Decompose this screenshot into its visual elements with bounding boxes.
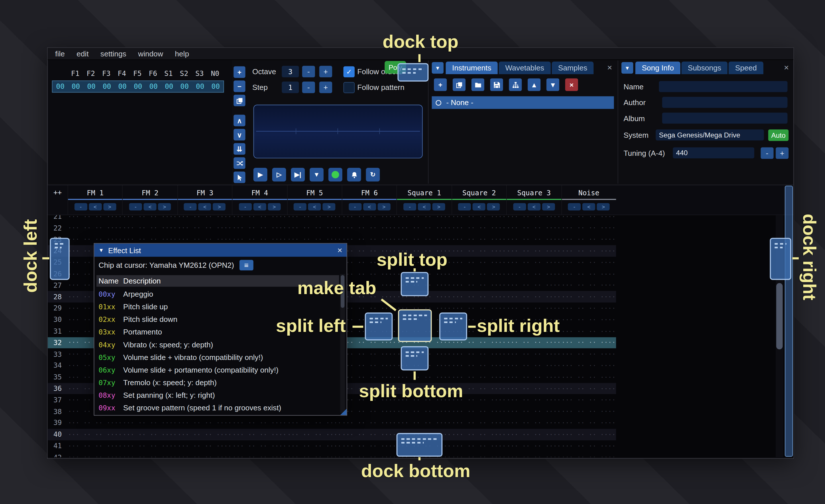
channel-grow-button[interactable]: > — [542, 203, 555, 211]
pattern-cell[interactable]: ··· ·· ·· ···· — [561, 442, 616, 449]
order-edit-mode-button[interactable] — [233, 172, 245, 183]
pattern-cell[interactable]: ··· ·· ·· ···· — [561, 385, 616, 392]
pattern-cell[interactable]: ··· ·· ·· ···· — [122, 236, 177, 243]
channel-shrink-button[interactable]: < — [308, 203, 321, 211]
pattern-cell[interactable]: ··· ·· ·· ···· — [397, 419, 451, 427]
menu-window[interactable]: window — [138, 50, 163, 58]
orders-selected-row[interactable]: 0000000000000000000000 — [52, 80, 224, 92]
octave-plus-button[interactable]: + — [319, 66, 332, 77]
channel-shrink-button[interactable]: < — [363, 203, 376, 211]
pattern-cell[interactable]: ··· ·· ·· ···· — [397, 224, 451, 232]
duplicate-order-to-end-button[interactable]: ⇊ — [233, 143, 245, 155]
pattern-cell[interactable]: ··· ·· ·· ···· — [561, 328, 616, 335]
duplicate-order-button[interactable] — [233, 95, 245, 106]
pattern-cell[interactable]: ··· ·· ·· ···· — [232, 431, 287, 438]
pattern-cell[interactable]: ··· ·· ·· ···· — [342, 373, 396, 381]
pattern-cell[interactable]: ··· ·· ·· ···· — [68, 224, 122, 232]
channel-header-fm-2[interactable]: FM 2-<> — [122, 185, 177, 215]
channel-header-fm-5[interactable]: FM 5-<> — [287, 185, 342, 215]
pattern-cell[interactable]: ··· ·· ·· ···· — [232, 224, 287, 232]
channel-collapse-button[interactable]: - — [129, 203, 142, 211]
channel-collapse-button[interactable]: - — [458, 203, 471, 211]
pattern-cell[interactable]: ··· ·· ·· ···· — [177, 215, 232, 220]
follow-pattern-checkbox[interactable] — [344, 82, 355, 93]
pattern-cell[interactable]: ··· ·· ·· ···· — [397, 236, 451, 243]
pattern-cell[interactable]: ··· ·· ·· ···· — [561, 236, 616, 243]
pattern-cell[interactable]: ··· ·· ·· ···· — [506, 305, 561, 312]
channel-collapse-button[interactable]: - — [239, 203, 252, 211]
tab-song-info[interactable]: Song Info — [635, 62, 680, 74]
dock-target-right[interactable] — [770, 238, 791, 280]
pattern-cell[interactable]: ··· ·· ·· ···· — [561, 270, 616, 278]
pattern-cell[interactable]: ··· ·· ·· ···· — [561, 215, 616, 220]
channel-grow-button[interactable]: > — [378, 203, 390, 211]
pattern-cell[interactable]: ··· ·· ·· ···· — [232, 215, 287, 220]
order-cell[interactable]: 00 — [68, 82, 84, 90]
pattern-cell[interactable]: ··· ·· ·· ···· — [506, 339, 561, 346]
delete-instrument-button[interactable]: × — [565, 78, 578, 91]
pattern-cell[interactable]: ··· ·· ·· ···· — [451, 431, 506, 438]
song-info-close-icon[interactable]: × — [781, 63, 792, 72]
pattern-cell[interactable]: ··· ·· ·· ···· — [561, 247, 616, 255]
pattern-cell[interactable]: ··· ·· ·· ···· — [451, 373, 506, 381]
instrument-folders-button[interactable] — [509, 78, 522, 91]
instruments-close-icon[interactable]: × — [604, 63, 615, 72]
pattern-cell[interactable]: ··· ·· ·· ···· — [506, 362, 561, 369]
author-field[interactable] — [662, 97, 788, 108]
split-target-left[interactable] — [365, 313, 393, 340]
order-cell[interactable]: 00 — [146, 82, 161, 90]
pattern-cell[interactable]: ··· ·· ·· ···· — [506, 350, 561, 358]
channel-header-fm-3[interactable]: FM 3-<> — [177, 185, 232, 215]
tuning-minus-button[interactable]: - — [761, 147, 774, 159]
pattern-cell[interactable]: ··· ·· ·· ···· — [342, 215, 396, 220]
system-select[interactable]: Sega Genesis/Mega Drive — [656, 130, 764, 141]
repeat-pattern-button[interactable]: ↻ — [366, 168, 380, 182]
pattern-cell[interactable]: ··· ·· ·· ···· — [177, 431, 232, 438]
channel-header-square-3[interactable]: Square 3-<> — [506, 185, 561, 215]
resize-grip-icon[interactable] — [340, 409, 347, 415]
pattern-cell[interactable]: ··· ·· ·· ···· — [506, 270, 561, 278]
channel-grow-button[interactable]: > — [322, 203, 335, 211]
step-value[interactable]: 1 — [282, 82, 299, 93]
record-button[interactable] — [328, 168, 342, 182]
pattern-cell[interactable]: ··· ·· ·· ···· — [342, 431, 396, 438]
pattern-cell[interactable]: ··· ·· ·· ···· — [451, 282, 506, 289]
order-cell[interactable]: 00 — [177, 82, 192, 90]
pattern-cell[interactable]: ··· ·· ·· ···· — [342, 350, 396, 358]
split-target-right[interactable] — [439, 313, 467, 340]
pattern-cell[interactable]: ··· ·· ·· ···· — [177, 419, 232, 427]
pattern-cell[interactable]: ··· ·· ·· ···· — [451, 236, 506, 243]
pattern-cell[interactable]: ··· ·· ·· ···· — [232, 419, 287, 427]
channel-shrink-button[interactable]: < — [528, 203, 540, 211]
channel-shrink-button[interactable]: < — [144, 203, 156, 211]
channel-grow-button[interactable]: > — [158, 203, 171, 211]
split-target-top[interactable] — [401, 272, 429, 297]
pattern-cell[interactable]: ··· ·· ·· ···· — [506, 236, 561, 243]
channel-header-square-2[interactable]: Square 2-<> — [451, 185, 506, 215]
tuning-plus-button[interactable]: + — [776, 147, 789, 159]
tab-wavetables[interactable]: Wavetables — [499, 62, 550, 74]
order-cell[interactable]: 00 — [161, 82, 177, 90]
pattern-cell[interactable]: ··· ·· ·· ···· — [451, 350, 506, 358]
pattern-cell[interactable]: ··· ·· ·· ···· — [451, 419, 506, 427]
pattern-cell[interactable]: ··· ·· ·· ···· — [561, 419, 616, 427]
channel-shrink-button[interactable]: < — [473, 203, 485, 211]
name-field[interactable] — [659, 81, 788, 92]
pattern-cell[interactable]: ··· ·· ·· ···· — [451, 293, 506, 301]
move-instrument-down-button[interactable]: ▼ — [546, 78, 559, 91]
pattern-cell[interactable]: ··· ·· ·· ···· — [561, 293, 616, 301]
pattern-cell[interactable]: ··· ·· ·· ···· — [451, 215, 506, 220]
pattern-cell[interactable]: ··· ·· ·· ···· — [342, 362, 396, 369]
channel-collapse-button[interactable]: - — [294, 203, 306, 211]
channel-header-fm-4[interactable]: FM 4-<> — [232, 185, 287, 215]
pattern-cell[interactable]: ··· ·· ·· ···· — [287, 419, 342, 427]
channel-shrink-button[interactable]: < — [418, 203, 431, 211]
pattern-cell[interactable]: ··· ·· ·· ···· — [177, 453, 232, 457]
channel-grow-button[interactable]: > — [487, 203, 500, 211]
pattern-cell[interactable]: ··· ·· ·· ···· — [561, 305, 616, 312]
pattern-cell[interactable]: ··· ·· ·· ···· — [506, 419, 561, 427]
pattern-cell[interactable]: ··· ·· ·· ···· — [122, 224, 177, 232]
channel-grow-button[interactable]: > — [597, 203, 610, 211]
channel-header-fm-1[interactable]: FM 1-<> — [68, 185, 122, 215]
channel-collapse-button[interactable]: - — [74, 203, 87, 211]
